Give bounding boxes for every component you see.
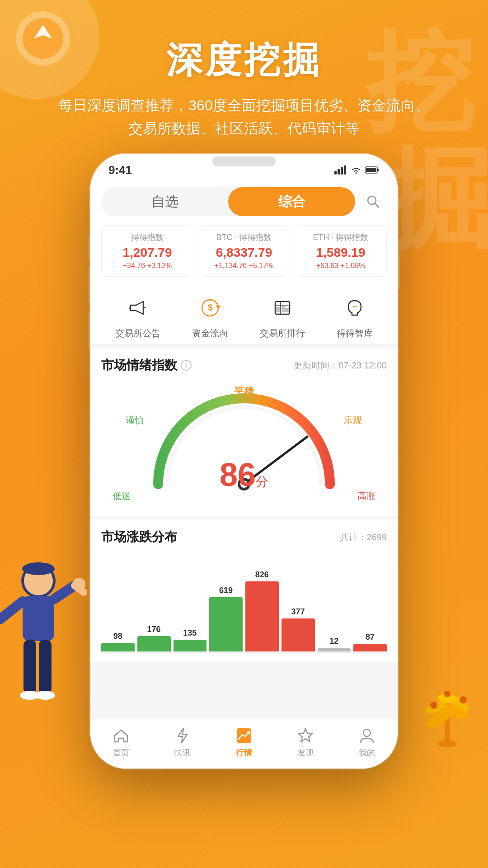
bar-rect-4 [245, 581, 279, 651]
bar-label-4: 826 [255, 570, 269, 580]
menu-exchange-rank[interactable]: 交易所排行 [260, 292, 305, 340]
bar-rect-5 [282, 618, 315, 651]
menu-think-tank[interactable]: 得得智库 [337, 292, 373, 340]
bar-col-3: 619 [209, 570, 243, 651]
distribution-section: 市场涨跌分布 共计：2699 981761356198263771287 [90, 519, 398, 662]
search-icon [365, 193, 381, 210]
bar-label-7: 87 [366, 632, 375, 642]
svg-rect-32 [377, 169, 379, 171]
menu-label-announcement: 交易所公告 [115, 327, 160, 340]
quick-menu: 交易所公告 $ 资金流向 [90, 281, 398, 344]
svg-point-24 [430, 702, 437, 709]
bar-rect-2 [174, 640, 207, 651]
discover-icon [296, 726, 315, 745]
gauge-score-display: 86分 [220, 456, 268, 493]
tab-comprehensive[interactable]: 综合 [228, 187, 355, 216]
bar-rect-7 [353, 644, 387, 651]
chart-baseline [101, 651, 387, 653]
header-area: 深度挖掘 每日深度调查推荐，360度全面挖掘项目优劣、资金流向、 交易所数据、社… [0, 36, 488, 140]
card-change-0: +34.76 +3.12% [106, 262, 188, 270]
phone-mockup: 9:41 [90, 154, 398, 769]
tab-watchlist[interactable]: 自选 [101, 187, 228, 216]
bar-label-5: 377 [291, 607, 305, 617]
svg-rect-30 [344, 165, 346, 175]
nav-label-discover: 发现 [297, 747, 314, 758]
fund-flow-icon: $ [194, 292, 226, 324]
nav-home[interactable]: 首页 [90, 726, 152, 758]
decorative-person [0, 556, 90, 737]
sentiment-title: 市场情绪指数 i [101, 357, 192, 374]
gauge-label-left-bot: 低迷 [113, 490, 131, 502]
svg-marker-36 [131, 302, 143, 314]
screen-content: 自选 综合 得得指数 1,207.79 +34. [90, 181, 398, 712]
menu-label-think-tank: 得得智库 [337, 327, 373, 340]
svg-marker-54 [298, 728, 313, 742]
svg-rect-33 [366, 168, 376, 172]
gauge-label-right-mid: 乐观 [344, 414, 362, 426]
gauge-unit: 分 [256, 475, 268, 489]
wifi-icon [351, 165, 361, 175]
notch [199, 154, 289, 170]
card-change-1: +1,134.76 +5.17% [203, 262, 285, 270]
card-title-2: ETH · 得得指数 [300, 232, 382, 243]
distribution-total: 共计：2699 [340, 531, 387, 543]
index-card-0[interactable]: 得得指数 1,207.79 +34.76 +3.12% [101, 225, 193, 277]
svg-marker-52 [178, 728, 187, 743]
bottom-nav: 首页 快讯 行情 [90, 719, 398, 769]
menu-announcement[interactable]: 交易所公告 [115, 292, 160, 340]
nav-flash[interactable]: 快讯 [152, 726, 213, 758]
svg-rect-13 [39, 640, 52, 694]
card-value-0: 1,207.79 [106, 245, 188, 260]
tabs-container: 自选 综合 [90, 181, 398, 216]
status-time: 9:41 [108, 163, 132, 177]
card-value-2: 1,589.19 [300, 245, 382, 260]
gauge-score: 86 [220, 457, 256, 493]
announcement-icon [122, 292, 154, 324]
nav-discover[interactable]: 发现 [275, 726, 336, 758]
svg-point-26 [444, 691, 450, 697]
bar-col-0: 98 [101, 570, 135, 651]
gauge-label-top: 平稳 [234, 385, 254, 398]
bar-label-1: 176 [147, 625, 161, 634]
bar-col-5: 377 [282, 570, 315, 651]
bar-label-2: 135 [183, 628, 197, 638]
nav-market[interactable]: 行情 [213, 726, 275, 758]
phone-screen: 自选 综合 得得指数 1,207.79 +34. [90, 181, 398, 769]
bar-rect-1 [137, 636, 171, 651]
signal-icon [334, 165, 347, 175]
sentiment-update-time: 更新时间：07-23 12:00 [293, 359, 387, 372]
index-card-2[interactable]: ETH · 得得指数 1,589.19 +63.63 +1.08% [295, 225, 387, 277]
phone-frame: 9:41 [90, 154, 398, 769]
page-subtitle: 每日深度调查推荐，360度全面挖掘项目优劣、资金流向、 交易所数据、社区活跃、代… [0, 94, 488, 140]
svg-rect-28 [338, 169, 340, 175]
svg-rect-12 [23, 640, 36, 694]
bottom-spacer [90, 662, 398, 712]
svg-rect-46 [282, 306, 285, 312]
flash-icon [173, 726, 192, 745]
card-title-1: BTC · 得得指数 [203, 232, 285, 243]
svg-point-16 [73, 578, 85, 590]
think-tank-icon [339, 292, 371, 324]
index-card-1[interactable]: BTC · 得得指数 6,8337.79 +1,134.76 +5.17% [198, 225, 290, 277]
decorative-plant [411, 660, 483, 750]
gauge-chart: 平稳 谨慎 乐观 低迷 高涨 86分 [101, 380, 387, 507]
nav-label-home: 首页 [113, 747, 129, 758]
status-icons [334, 165, 380, 175]
bar-rect-6 [318, 648, 351, 651]
svg-rect-27 [334, 171, 337, 175]
nav-profile[interactable]: 我的 [336, 726, 398, 758]
svg-line-35 [375, 203, 379, 207]
sentiment-section: 市场情绪指数 i 更新时间：07-23 12:00 [90, 348, 398, 516]
gauge-label-right-bot: 高涨 [357, 490, 375, 502]
menu-label-fund-flow: 资金流向 [192, 327, 228, 340]
distribution-title: 市场涨跌分布 [101, 528, 177, 546]
search-button[interactable] [360, 188, 387, 215]
page-title: 深度挖掘 [0, 36, 488, 85]
menu-fund-flow[interactable]: $ 资金流向 [192, 292, 228, 340]
svg-rect-6 [25, 566, 52, 571]
svg-rect-45 [276, 307, 280, 312]
bar-rect-3 [209, 597, 243, 651]
bar-label-3: 619 [219, 586, 233, 595]
exchange-rank-icon [267, 292, 298, 324]
info-icon[interactable]: i [181, 360, 192, 371]
